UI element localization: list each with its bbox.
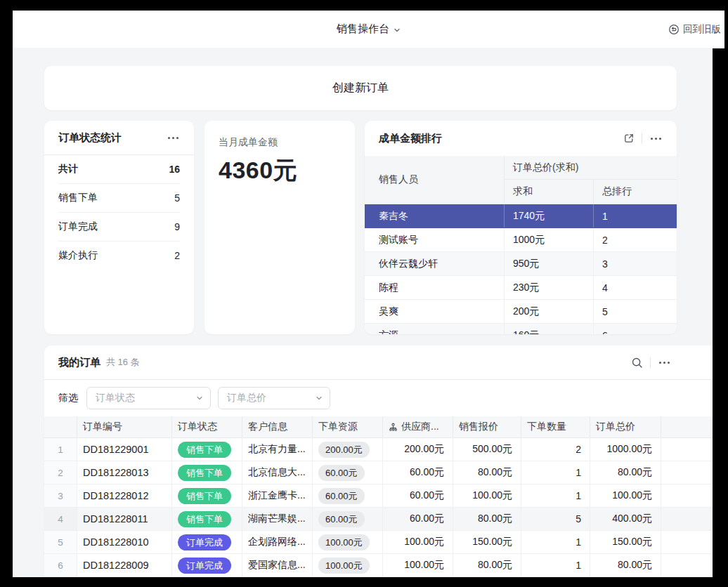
order-status-filter-dropdown[interactable]: 订单状态 [86,387,211,409]
chevron-down-icon [316,395,323,402]
ranking-table-body: 秦吉冬 1740元 1 测试账号 1000元 2 伙伴云魏少轩 950元 3 陈… [365,204,677,334]
table-row[interactable]: 5 DD181228010 订单完成 企划路网络... 100.00元 100.… [44,531,713,554]
table-row[interactable]: 2 DD181228013 销售下单 北京信息大... 60.00元 60.00… [44,461,713,484]
status-badge: 订单完成 [178,534,231,550]
back-label: 回到旧版 [683,23,721,36]
order-status-stats-card: 订单状态统计 共计 16 销售下单 5 订单完成 9 媒介执行 2 [44,121,194,334]
app-header: 销售操作台 回到旧版 [13,11,724,48]
status-row-completed[interactable]: 订单完成 9 [58,213,180,242]
chevron-down-icon [196,395,203,402]
orders-table-header: 订单编号 订单状态 客户信息 下单资源 供应商... 销售报价 下单数量 订单总… [44,416,713,438]
table-row[interactable]: 4 DD181228011 销售下单 湖南芒果娱... 60.00元 60.00… [44,508,713,531]
table-row[interactable]: 1 DD181229001 销售下单 北京有力量... 200.00元 200.… [44,438,713,461]
ranking-row: 测试账号 1000元 2 [365,228,677,252]
ranking-card-title: 成单金额排行 [379,132,442,145]
status-badge: 销售下单 [178,488,231,504]
return-icon [668,24,680,35]
filter-label: 筛选 [58,392,78,404]
org-relation-icon [389,423,398,432]
status-badge: 销售下单 [178,511,231,527]
create-order-label: 创建新订单 [332,81,389,95]
resource-badge: 200.00元 [318,442,370,458]
ranking-row: 伙伴云魏少轩 950元 3 [365,252,677,276]
resource-badge: 100.00元 [318,534,370,550]
col-order-id: 订单编号 [77,416,172,437]
status-row-media-exec[interactable]: 媒介执行 2 [58,242,180,270]
more-icon[interactable] [658,359,671,367]
status-badge: 销售下单 [178,442,231,458]
main-content: 创建新订单 订单状态统计 共计 16 销售下单 5 订单完成 9 媒介执行 2 [13,48,713,577]
create-order-button[interactable]: 创建新订单 [44,66,677,110]
orders-title: 我的订单 [58,356,100,369]
chevron-down-icon [394,27,401,34]
status-badge: 销售下单 [178,465,231,481]
col-total-rank: 总排行 [594,180,677,204]
monthly-amount-card: 当月成单金额 4360元 [204,121,355,334]
status-card-title: 订单状态统计 [58,131,122,145]
resource-badge: 60.00元 [318,465,365,481]
col-sum: 求和 [505,180,594,204]
col-rownum [44,416,77,437]
col-quote: 销售报价 [453,416,521,437]
open-in-new-icon[interactable] [623,133,635,144]
order-total-filter-dropdown[interactable]: 订单总价 [218,387,330,409]
col-qty: 下单数量 [521,416,590,437]
status-row-total[interactable]: 共计 16 [58,155,180,184]
ranking-row: 秦吉冬 1740元 1 [365,204,677,228]
col-resource: 下单资源 [313,416,383,437]
more-icon[interactable] [167,134,180,142]
icon-divider [650,357,651,368]
status-list: 共计 16 销售下单 5 订单完成 9 媒介执行 2 [44,155,194,270]
orders-table: 订单编号 订单状态 客户信息 下单资源 供应商... 销售报价 下单数量 订单总… [44,416,713,577]
col-total: 订单总价 [590,416,661,437]
search-icon[interactable] [631,357,643,369]
col-order-total-sum-group: 订单总价(求和) [505,156,677,180]
page-title: 销售操作台 [337,22,389,36]
table-row[interactable]: 6 DD181228009 订单完成 爱国家信息... 100.00元 100.… [44,554,713,577]
col-customer: 客户信息 [242,416,313,437]
ranking-row: 陈程 230元 4 [365,276,677,300]
more-icon[interactable] [649,135,663,143]
status-badge: 订单完成 [178,558,231,574]
col-order-status: 订单状态 [172,416,242,437]
filter-bar: 筛选 订单状态 订单总价 [44,380,713,416]
ranking-row: 方源 160元 6 [365,324,677,334]
orders-count: 共 16 条 [106,356,140,369]
amount-label: 当月成单金额 [219,136,341,149]
ranking-row: 吴爽 200元 5 [365,300,677,324]
resource-badge: 100.00元 [318,558,370,574]
col-trailing [661,416,713,437]
status-row-sales-order[interactable]: 销售下单 5 [58,184,180,213]
amount-ranking-card: 成单金额排行 销售人员 订单总价(求和) 求和 总排行 秦吉冬 [365,121,677,334]
table-row[interactable]: 3 DD181228012 销售下单 浙江金鹰卡... 60.00元 60.00… [44,484,713,508]
back-to-old-version-button[interactable]: 回到旧版 [668,11,721,48]
ranking-table-header: 销售人员 订单总价(求和) 求和 总排行 [365,156,677,204]
amount-value: 4360元 [219,154,341,187]
workspace-switcher[interactable]: 销售操作台 [337,22,401,36]
col-supplier: 供应商... [383,416,453,437]
resource-badge: 60.00元 [318,511,365,527]
col-salesperson: 销售人员 [365,156,505,204]
icon-divider [642,133,642,144]
my-orders-card: 我的订单 共 16 条 筛选 订单状态 订单总价 [44,345,713,577]
resource-badge: 60.00元 [318,488,365,504]
